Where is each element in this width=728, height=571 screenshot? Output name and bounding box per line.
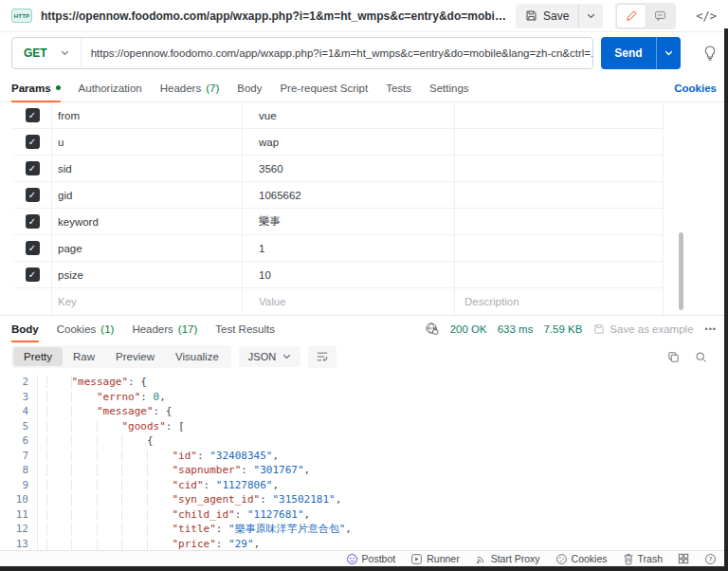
param-description-field[interactable]	[454, 156, 664, 181]
vertical-scrollbar[interactable]	[679, 232, 683, 310]
view-visualize[interactable]: Visualize	[165, 347, 229, 366]
param-check-cell	[13, 288, 51, 315]
response-time: 633 ms	[498, 323, 534, 335]
param-value-field[interactable]: 3560	[242, 156, 454, 181]
line-number: 6	[0, 433, 28, 449]
response-view-bar: PrettyRawPreviewVisualize JSON	[0, 341, 728, 372]
param-key-field[interactable]: page	[51, 235, 242, 261]
param-value-placeholder[interactable]: Value	[242, 288, 454, 315]
param-row: ✓uwap	[13, 129, 664, 156]
param-description-field[interactable]	[454, 235, 664, 261]
statusbar-grid-button[interactable]	[678, 553, 689, 564]
param-row: ✓page1	[13, 235, 664, 262]
param-checkbox[interactable]: ✓	[26, 135, 40, 149]
tab-pre-request-script[interactable]: Pre-request Script	[280, 74, 368, 101]
wrap-lines-button[interactable]	[308, 345, 337, 368]
response-tab-body[interactable]: Body	[11, 316, 39, 341]
save-button[interactable]: Save	[516, 4, 603, 28]
param-checkbox[interactable]: ✓	[26, 214, 40, 229]
param-description-field[interactable]	[454, 182, 664, 208]
view-pretty[interactable]: Pretty	[13, 347, 63, 366]
json-code: "message": { "errno": 0, "message": { "g…	[38, 375, 728, 550]
param-value-field[interactable]: 樂事	[242, 209, 454, 234]
statusbar-item-cookies[interactable]: Cookies	[555, 553, 608, 565]
statusbar-item-postbot[interactable]: Postbot	[346, 553, 396, 565]
method-select[interactable]: GET	[12, 46, 81, 60]
tab-label: Settings	[429, 83, 469, 94]
statusbar-item-trash[interactable]: Trash	[623, 553, 663, 565]
edit-request-button[interactable]	[617, 5, 646, 28]
tab-label: Body	[237, 83, 262, 94]
line-number: 12	[0, 522, 28, 537]
request-url-box: GET https://opennow.foodomo.com/app/wxap…	[11, 37, 593, 69]
tab-params[interactable]: Params	[11, 74, 61, 101]
tab-label: Authorization	[79, 83, 142, 94]
param-key-field[interactable]: from	[51, 102, 242, 128]
line-number: 2	[0, 375, 28, 390]
tab-body[interactable]: Body	[237, 74, 262, 101]
format-select[interactable]: JSON	[239, 346, 300, 367]
code-snippet-icon[interactable]: </>	[696, 9, 717, 23]
save-as-example-button[interactable]: Save as example	[593, 323, 693, 335]
param-value-field[interactable]: 1065662	[242, 182, 454, 208]
line-number: 9	[0, 478, 28, 493]
param-key-field[interactable]: gid	[51, 182, 242, 208]
cookies-link[interactable]: Cookies	[674, 74, 717, 101]
save-menu-button[interactable]	[578, 4, 603, 28]
param-description-placeholder[interactable]: Description	[454, 288, 664, 315]
response-tab-cookies[interactable]: Cookies(1)	[57, 316, 115, 341]
response-tabs: BodyCookies(1)Headers(17)Test Results 20…	[0, 315, 728, 341]
comments-button[interactable]	[646, 5, 674, 28]
response-tab-test-results[interactable]: Test Results	[215, 316, 275, 341]
tab-count: (1)	[100, 323, 114, 335]
view-preview[interactable]: Preview	[105, 347, 165, 366]
more-options-icon[interactable]: •••	[705, 324, 717, 334]
runner-icon	[410, 553, 423, 565]
param-key-field[interactable]: keyword	[51, 209, 242, 234]
edit-comment-toggle	[615, 3, 676, 29]
code-line: {	[46, 433, 728, 449]
param-checkbox[interactable]: ✓	[26, 108, 40, 122]
hints-button[interactable]	[703, 46, 717, 61]
copy-icon[interactable]	[667, 351, 680, 363]
view-raw[interactable]: Raw	[63, 347, 105, 366]
param-value-field[interactable]: 1	[242, 235, 454, 261]
param-checkbox[interactable]: ✓	[26, 267, 40, 282]
param-value-field[interactable]: 10	[242, 262, 454, 287]
response-tab-headers[interactable]: Headers(17)	[132, 316, 197, 341]
param-description-field[interactable]	[454, 102, 664, 128]
param-checkbox[interactable]: ✓	[26, 161, 40, 175]
code-line: "message": {	[46, 404, 728, 419]
send-button[interactable]: Send	[601, 37, 681, 69]
param-description-field[interactable]	[454, 209, 664, 234]
response-tab-list: BodyCookies(1)Headers(17)Test Results	[11, 316, 275, 341]
statusbar-item-start-proxy[interactable]: Start Proxy	[475, 553, 540, 565]
param-key-field[interactable]: psize	[51, 262, 242, 287]
tab-tests[interactable]: Tests	[386, 74, 411, 101]
statusbar-help-button[interactable]: ?	[704, 553, 717, 565]
send-menu-button[interactable]	[656, 37, 681, 69]
statusbar-item-runner[interactable]: Runner	[410, 553, 459, 565]
param-value-field[interactable]: wap	[242, 129, 454, 155]
search-icon[interactable]	[695, 351, 707, 363]
param-row: ✓fromvue	[13, 102, 664, 129]
param-description-field[interactable]	[454, 129, 664, 155]
postbot-icon	[346, 553, 358, 565]
tab-label: Headers	[160, 83, 201, 94]
param-checkbox[interactable]: ✓	[26, 188, 40, 202]
url-input[interactable]: https://opennow.foodomo.com/app/wxapp.ph…	[81, 38, 592, 68]
param-value-field[interactable]: vue	[242, 102, 454, 128]
param-description-field[interactable]	[454, 262, 664, 287]
statusbar-label: Start Proxy	[491, 553, 540, 564]
globe-lock-icon[interactable]	[425, 322, 439, 336]
postman-window: HTTP https://opennow.foodomo.com/app/wxa…	[0, 0, 728, 571]
param-checkbox[interactable]: ✓	[26, 241, 40, 255]
tab-settings[interactable]: Settings	[429, 74, 469, 101]
param-key-field[interactable]: sid	[51, 156, 242, 181]
chevron-down-icon	[61, 50, 69, 56]
tab-headers[interactable]: Headers(7)	[160, 74, 220, 101]
param-key-field[interactable]: u	[51, 129, 242, 155]
tab-label: Body	[11, 323, 39, 335]
tab-authorization[interactable]: Authorization	[79, 74, 142, 101]
param-key-placeholder[interactable]: Key	[51, 288, 242, 315]
